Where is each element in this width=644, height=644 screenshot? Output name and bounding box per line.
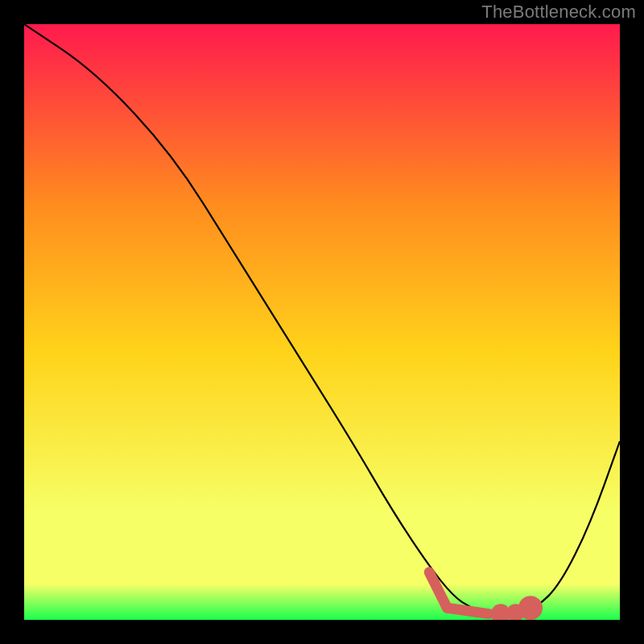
chart-frame: TheBottleneck.com <box>0 0 644 644</box>
highlight-dot-3 <box>518 596 543 620</box>
chart-svg <box>24 24 620 620</box>
highlight-flat <box>447 608 489 613</box>
plot-area <box>24 24 620 620</box>
gradient-background <box>24 24 620 620</box>
attribution-label: TheBottleneck.com <box>481 2 636 23</box>
